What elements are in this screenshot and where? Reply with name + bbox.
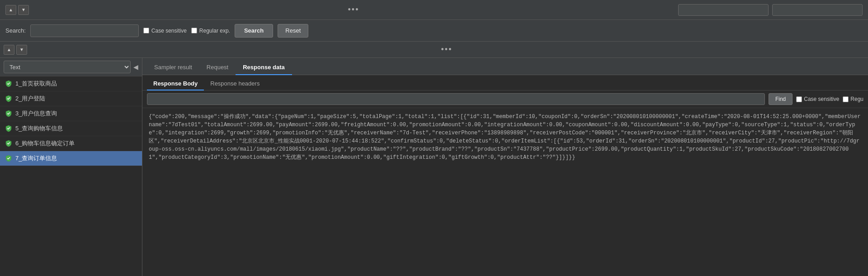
tab-request[interactable]: Request — [199, 60, 236, 75]
text-dropdown-row: Text ◀ — [0, 58, 142, 76]
sub-tabs-row: Response BodyResponse headers — [142, 75, 868, 90]
right-panel: Sampler resultRequestResponse data Respo… — [142, 58, 868, 276]
tree-item[interactable]: 2_用户登陆 — [0, 91, 142, 106]
dots-menu-icon[interactable]: ••• — [348, 5, 359, 14]
tree-item[interactable]: 6_购物车信息确定订单 — [0, 136, 142, 151]
shield-icon — [5, 80, 13, 88]
tree-item[interactable]: 3_用户信息查询 — [0, 106, 142, 121]
reset-button[interactable]: Reset — [278, 24, 308, 38]
tree-item-label: 5_查询购物车信息 — [15, 124, 63, 133]
tree-item-label: 3_用户信息查询 — [15, 109, 57, 118]
find-button[interactable]: Find — [769, 93, 793, 105]
second-arrow-up-btn[interactable]: ▲ — [4, 45, 14, 55]
tree-item[interactable]: 7_查询订单信息 — [0, 151, 142, 166]
right-case-sensitive-checkbox[interactable] — [796, 96, 802, 102]
top-input-1[interactable] — [678, 4, 769, 16]
right-search-input[interactable] — [147, 93, 765, 105]
tree-item-label: 2_用户登陆 — [15, 95, 45, 103]
tree-item[interactable]: 1_首页获取商品 — [0, 76, 142, 91]
search-bar: Search: Case sensitive Regular exp. Sear… — [0, 20, 868, 42]
regular-exp-checkbox-label[interactable]: Regular exp. — [191, 28, 230, 34]
main-content: Text ◀ 1_首页获取商品 2_用户登陆 3_用户信息查询 5_查询购物车信… — [0, 58, 868, 276]
tab-sampler-result[interactable]: Sampler result — [147, 60, 199, 75]
right-search-row: Find Case sensitive Regu — [142, 90, 868, 108]
top-toolbar-center: ••• — [29, 5, 678, 14]
shield-icon — [5, 124, 13, 133]
second-arrow-down-btn[interactable]: ▼ — [16, 45, 27, 55]
right-regu-text: Regu — [850, 96, 863, 102]
case-sensitive-checkbox-label[interactable]: Case sensitive — [143, 28, 187, 34]
case-sensitive-label: Case sensitive — [151, 28, 187, 34]
tree-item-label: 7_查询订单信息 — [15, 154, 57, 162]
shield-icon — [5, 139, 13, 148]
arrow-up-btn[interactable]: ▲ — [5, 5, 16, 15]
left-panel: Text ◀ 1_首页获取商品 2_用户登陆 3_用户信息查询 5_查询购物车信… — [0, 58, 142, 276]
top-input-2[interactable] — [772, 4, 863, 16]
tree-item-label: 6_购物车信息确定订单 — [15, 139, 75, 148]
top-toolbar-right — [678, 4, 863, 16]
tree-item[interactable]: 5_查询购物车信息 — [0, 121, 142, 136]
second-dots-menu-icon[interactable]: ••• — [441, 45, 453, 54]
right-case-sensitive-label[interactable]: Case sensitive — [796, 96, 839, 102]
shield-icon — [5, 95, 13, 103]
tab-response-data[interactable]: Response data — [236, 60, 292, 75]
regular-exp-label: Regular exp. — [199, 28, 230, 34]
search-input[interactable] — [30, 24, 139, 37]
top-toolbar-left: ▲ ▼ — [5, 5, 29, 15]
arrow-down-btn[interactable]: ▼ — [18, 5, 29, 15]
second-toolbar-center: ••• — [29, 45, 864, 54]
tree-item-label: 1_首页获取商品 — [15, 80, 57, 88]
search-label: Search: — [5, 27, 26, 34]
tabs-row: Sampler resultRequestResponse data — [142, 58, 868, 75]
right-regu-label[interactable]: Regu — [843, 96, 863, 102]
second-toolbar: ▲ ▼ ••• — [0, 42, 868, 58]
right-regu-checkbox[interactable] — [843, 96, 849, 102]
response-content: {"code":200,"message":"操作成功","data":{"pa… — [142, 108, 868, 276]
tree-list: 1_首页获取商品 2_用户登陆 3_用户信息查询 5_查询购物车信息 6_购物车… — [0, 76, 142, 276]
case-sensitive-checkbox[interactable] — [143, 28, 149, 33]
right-case-sensitive-text: Case sensitive — [804, 96, 839, 102]
shield-icon — [5, 109, 13, 118]
expand-arrow-icon[interactable]: ◀ — [133, 63, 138, 71]
search-button[interactable]: Search — [235, 24, 273, 38]
sub-tab-response-headers[interactable]: Response headers — [204, 77, 266, 90]
shield-icon — [5, 154, 13, 162]
regular-exp-checkbox[interactable] — [191, 28, 197, 33]
top-toolbar: ▲ ▼ ••• — [0, 0, 868, 20]
sub-tab-response-body[interactable]: Response Body — [147, 77, 204, 90]
text-dropdown[interactable]: Text — [4, 61, 131, 73]
